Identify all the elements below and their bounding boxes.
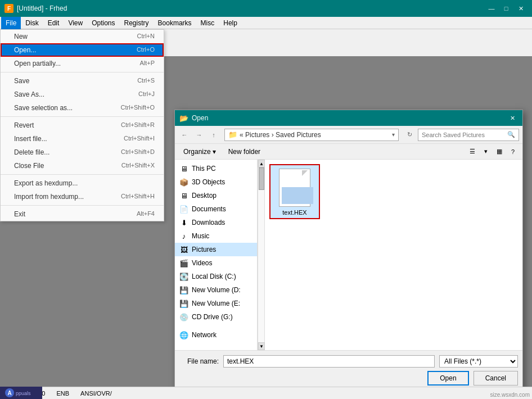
minimize-button[interactable]: — bbox=[485, 3, 498, 14]
downloads-icon: ⬇ bbox=[179, 218, 188, 227]
sidebar-item-music[interactable]: ♪ Music bbox=[175, 229, 257, 243]
sidebar-item-new-volume-e[interactable]: 💾 New Volume (E: bbox=[175, 297, 257, 310]
sidebar-item-videos-label: Videos bbox=[192, 259, 212, 267]
view-dropdown-button[interactable]: ▾ bbox=[480, 146, 492, 158]
videos-icon: 🎬 bbox=[179, 259, 188, 267]
address-bar[interactable]: 📁 « Pictures › Saved Pictures ▾ bbox=[224, 129, 399, 141]
menu-item-view[interactable]: View bbox=[64, 17, 87, 29]
dialog-files-area: text.HEX bbox=[265, 160, 522, 350]
menu-insert-file-shortcut: Ctrl+Shift+I bbox=[124, 135, 155, 143]
menu-save[interactable]: Save Ctrl+S bbox=[1, 74, 164, 88]
menu-revert[interactable]: Revert Ctrl+Shift+R bbox=[1, 119, 164, 132]
search-box[interactable]: 🔍 bbox=[418, 129, 519, 141]
filename-row: File name: All Files (*.*) bbox=[179, 355, 518, 368]
up-button[interactable]: ↑ bbox=[208, 129, 220, 141]
sidebar-item-local-disk-c-label: Local Disk (C:) bbox=[192, 273, 236, 280]
sidebar-item-cd-drive-g[interactable]: 💿 CD Drive (G:) bbox=[175, 310, 257, 324]
menu-open-partially-shortcut: Alt+P bbox=[139, 60, 155, 67]
menu-item-misc[interactable]: Misc bbox=[196, 17, 219, 29]
svg-text:ppuals: ppuals bbox=[16, 391, 31, 396]
menu-exit[interactable]: Exit Alt+F4 bbox=[1, 207, 164, 221]
close-button[interactable]: ✕ bbox=[514, 3, 528, 14]
sidebar-item-network[interactable]: 🌐 Network bbox=[175, 328, 257, 342]
filename-label: File name: bbox=[179, 357, 219, 365]
menu-item-edit[interactable]: Edit bbox=[43, 17, 64, 29]
sidebar-item-documents[interactable]: 📄 Documents bbox=[175, 202, 257, 216]
sidebar-item-new-volume-d[interactable]: 💾 New Volume (D: bbox=[175, 283, 257, 297]
maximize-button[interactable]: □ bbox=[499, 3, 513, 14]
dialog-title-text: Open bbox=[192, 114, 208, 122]
title-bar-left: F [Untitled] - Frhed bbox=[4, 4, 67, 13]
sidebar-item-this-pc[interactable]: 🖥 This PC bbox=[175, 162, 257, 175]
menu-new[interactable]: New Ctrl+N bbox=[1, 30, 164, 43]
sidebar-item-cd-drive-g-label: CD Drive (G:) bbox=[192, 313, 233, 321]
menu-close-file-label: Close File bbox=[14, 162, 44, 170]
menu-open-partially-label: Open partially... bbox=[14, 60, 61, 67]
organize-label: Organize bbox=[183, 148, 211, 156]
sidebar-item-videos[interactable]: 🎬 Videos bbox=[175, 256, 257, 270]
sidebar-item-downloads[interactable]: ⬇ Downloads bbox=[175, 216, 257, 229]
view-details-button[interactable]: ▦ bbox=[493, 146, 506, 158]
network-icon: 🌐 bbox=[179, 330, 188, 339]
menu-close-file-shortcut: Ctrl+Shift+X bbox=[121, 162, 155, 170]
menu-close-file[interactable]: Close File Ctrl+Shift+X bbox=[1, 159, 164, 173]
status-encoding: ANSI/OVR/ bbox=[80, 390, 112, 397]
menu-import-hexdump-shortcut: Ctrl+Shift+H bbox=[121, 193, 155, 201]
menu-new-label: New bbox=[14, 33, 28, 40]
menu-save-shortcut: Ctrl+S bbox=[137, 77, 155, 85]
sidebar-item-local-disk-c[interactable]: 💽 Local Disk (C:) bbox=[175, 270, 257, 283]
menu-insert-file[interactable]: Insert file... Ctrl+Shift+I bbox=[1, 132, 164, 146]
organize-button[interactable]: Organize ▾ bbox=[178, 146, 221, 158]
pictures-icon: 🖼 bbox=[179, 245, 188, 254]
menu-item-bookmarks[interactable]: Bookmarks bbox=[154, 17, 196, 29]
music-icon: ♪ bbox=[179, 232, 188, 241]
app-logo: A ppuals bbox=[0, 387, 42, 399]
menu-save-as-label: Save As... bbox=[14, 90, 44, 98]
breadcrumb: « Pictures › Saved Pictures bbox=[240, 131, 321, 139]
menu-save-selection[interactable]: Save selection as... Ctrl+Shift+O bbox=[1, 101, 164, 115]
menu-delete-file-shortcut: Ctrl+Shift+D bbox=[121, 148, 155, 156]
menu-item-options[interactable]: Options bbox=[87, 17, 119, 29]
menu-save-as[interactable]: Save As... Ctrl+J bbox=[1, 88, 164, 101]
help-button[interactable]: ? bbox=[507, 146, 519, 158]
menu-open-shortcut: Ctrl+O bbox=[137, 46, 155, 54]
organize-bar: Organize ▾ New folder ☰ ▾ ▦ ? bbox=[175, 144, 522, 160]
refresh-button[interactable]: ↻ bbox=[403, 129, 416, 141]
back-button[interactable]: ← bbox=[178, 129, 191, 141]
this-pc-icon: 🖥 bbox=[179, 164, 188, 173]
cancel-button[interactable]: Cancel bbox=[474, 371, 518, 386]
open-button[interactable]: Open bbox=[427, 371, 468, 386]
menu-open-partially[interactable]: Open partially... Alt+P bbox=[1, 57, 164, 70]
menu-delete-file[interactable]: Delete file... Ctrl+Shift+D bbox=[1, 146, 164, 159]
sidebar-item-desktop[interactable]: 🖥 Desktop bbox=[175, 189, 257, 202]
scroll-down-arrow[interactable]: ▼ bbox=[258, 342, 265, 350]
scroll-up-arrow[interactable]: ▲ bbox=[258, 160, 265, 167]
view-list-button[interactable]: ☰ bbox=[466, 146, 479, 158]
sidebar-item-pictures[interactable]: 🖼 Pictures bbox=[175, 243, 257, 256]
menu-item-help[interactable]: Help bbox=[219, 17, 242, 29]
new-folder-button[interactable]: New folder bbox=[223, 146, 265, 158]
filename-input[interactable] bbox=[223, 355, 435, 368]
title-bar: F [Untitled] - Frhed — □ ✕ bbox=[0, 0, 532, 17]
file-dropdown-menu: New Ctrl+N Open... Ctrl+O Open partially… bbox=[0, 29, 164, 221]
menu-revert-label: Revert bbox=[14, 121, 34, 129]
sidebar-scrollbar[interactable]: ▲ ▼ bbox=[258, 160, 264, 350]
menu-item-disk[interactable]: Disk bbox=[21, 17, 43, 29]
filetype-select[interactable]: All Files (*.*) bbox=[439, 355, 518, 368]
menu-item-registry[interactable]: Registry bbox=[120, 17, 154, 29]
menu-item-file[interactable]: File bbox=[1, 17, 21, 29]
dialog-close-button[interactable]: ✕ bbox=[507, 113, 518, 123]
dialog-sidebar: 🖥 This PC 📦 3D Objects 🖥 Desktop 📄 Docum… bbox=[175, 160, 258, 350]
menu-export-hexdump[interactable]: Export as hexdump... bbox=[1, 176, 164, 190]
search-input[interactable] bbox=[422, 132, 507, 138]
3d-objects-icon: 📦 bbox=[179, 178, 188, 187]
sidebar-item-3d-objects[interactable]: 📦 3D Objects bbox=[175, 175, 257, 189]
file-item-text-hex[interactable]: text.HEX bbox=[269, 164, 320, 219]
menu-import-hexdump[interactable]: Import from hexdump... Ctrl+Shift+H bbox=[1, 190, 164, 203]
separator-4 bbox=[1, 205, 164, 206]
desktop-icon: 🖥 bbox=[179, 191, 188, 200]
forward-button[interactable]: → bbox=[193, 129, 205, 141]
scroll-thumb[interactable] bbox=[259, 167, 264, 190]
menu-open[interactable]: Open... Ctrl+O bbox=[1, 43, 164, 57]
sidebar-item-network-label: Network bbox=[192, 331, 217, 339]
